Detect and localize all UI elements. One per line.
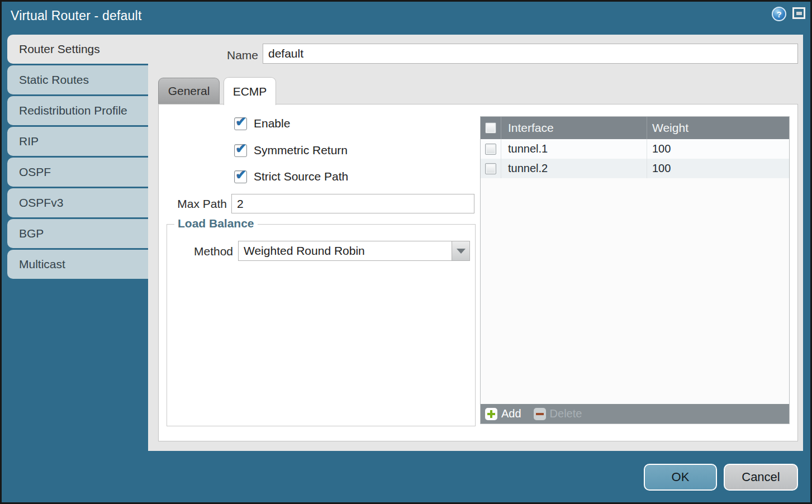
strict-source-path-checkbox-row: Strict Source Path (234, 169, 348, 184)
delete-button-label: Delete (550, 407, 582, 420)
table-empty-area (481, 178, 789, 404)
tab-ecmp[interactable]: ECMP (224, 77, 276, 105)
table-row[interactable]: tunnel.2 100 (481, 159, 789, 178)
cancel-button[interactable]: Cancel (724, 464, 798, 491)
name-label: Name (182, 49, 258, 62)
interface-column-header: Interface (501, 117, 647, 139)
sidebar-item-label: Router Settings (19, 42, 100, 56)
add-button-label: Add (501, 407, 521, 420)
sidebar-item-label: Multicast (19, 258, 65, 271)
sidebar-item-label: Redistribution Profile (19, 104, 127, 117)
weight-cell: 100 (647, 159, 789, 178)
max-path-input[interactable] (231, 194, 474, 213)
sidebar-item-ospfv3[interactable]: OSPFv3 (7, 188, 148, 217)
symmetric-return-checkbox-row: Symmetric Return (234, 143, 348, 158)
interface-table-header: Interface Weight (481, 117, 789, 139)
virtual-router-dialog: Virtual Router - default ? Router Settin… (0, 0, 812, 504)
sidebar-item-ospf[interactable]: OSPF (7, 158, 148, 187)
row-checkbox[interactable] (485, 144, 496, 155)
enable-label: Enable (254, 117, 290, 130)
enable-checkbox-row: Enable (234, 116, 290, 131)
strict-source-path-label: Strict Source Path (254, 170, 348, 183)
sidebar-item-label: RIP (19, 135, 39, 148)
sidebar-item-label: BGP (19, 227, 44, 240)
add-button[interactable]: Add (485, 407, 521, 420)
tab-label: ECMP (233, 85, 267, 98)
sidebar: Router Settings Static Routes Redistribu… (7, 35, 148, 280)
sidebar-item-label: Static Routes (19, 73, 89, 87)
delete-button[interactable]: Delete (534, 407, 582, 420)
sidebar-item-label: OSPFv3 (19, 196, 63, 210)
sidebar-item-router-settings[interactable]: Router Settings (7, 35, 148, 64)
help-icon[interactable]: ? (772, 7, 786, 21)
load-balance-legend: Load Balance (174, 217, 258, 230)
help-glyph: ? (776, 9, 781, 19)
dialog-title: Virtual Router - default (11, 8, 142, 23)
chevron-down-icon[interactable] (452, 241, 469, 260)
row-checkbox[interactable] (485, 163, 496, 174)
sidebar-item-bgp[interactable]: BGP (7, 219, 148, 248)
weight-cell: 100 (647, 139, 789, 159)
interface-cell: tunnel.1 (501, 139, 647, 159)
header-checkbox-cell (481, 117, 501, 139)
table-row[interactable]: tunnel.1 100 (481, 139, 789, 159)
method-selected-value: Weighted Round Robin (239, 244, 452, 258)
select-all-checkbox[interactable] (485, 122, 496, 134)
name-input[interactable] (263, 44, 798, 64)
tab-general[interactable]: General (158, 78, 220, 104)
interface-cell: tunnel.2 (501, 159, 647, 178)
table-footer: Add Delete (481, 404, 789, 424)
cancel-button-label: Cancel (742, 470, 780, 484)
weight-column-header: Weight (647, 117, 789, 139)
symmetric-return-checkbox[interactable] (234, 144, 247, 157)
method-select[interactable]: Weighted Round Robin (238, 241, 470, 261)
chevron-down-glyph (457, 249, 466, 254)
row-checkbox-cell (481, 139, 501, 159)
sidebar-item-multicast[interactable]: Multicast (7, 250, 148, 279)
sidebar-item-label: OSPF (19, 165, 51, 179)
enable-checkbox[interactable] (234, 117, 247, 130)
sidebar-item-redistribution-profile[interactable]: Redistribution Profile (7, 96, 148, 125)
tab-label: General (168, 84, 210, 98)
ok-button-label: OK (672, 470, 690, 484)
method-label: Method (159, 245, 233, 258)
sidebar-item-static-routes[interactable]: Static Routes (7, 65, 148, 94)
ecmp-panel: Enable Symmetric Return Strict Source Pa… (158, 104, 798, 441)
max-path-label: Max Path (159, 197, 227, 211)
ok-button[interactable]: OK (644, 464, 717, 491)
window-restore-icon[interactable] (792, 7, 805, 19)
symmetric-return-label: Symmetric Return (254, 144, 348, 157)
sidebar-item-rip[interactable]: RIP (7, 127, 148, 156)
minus-icon (534, 408, 546, 420)
content-area: Name General ECMP Enable Symmetric Retur… (148, 35, 803, 451)
window-restore-glyph (796, 12, 802, 15)
row-checkbox-cell (481, 159, 501, 178)
titlebar: Virtual Router - default ? (2, 2, 810, 31)
plus-icon (485, 408, 497, 420)
interface-table: Interface Weight tunnel.1 100 tunnel.2 1… (480, 116, 790, 424)
strict-source-path-checkbox[interactable] (234, 170, 247, 183)
